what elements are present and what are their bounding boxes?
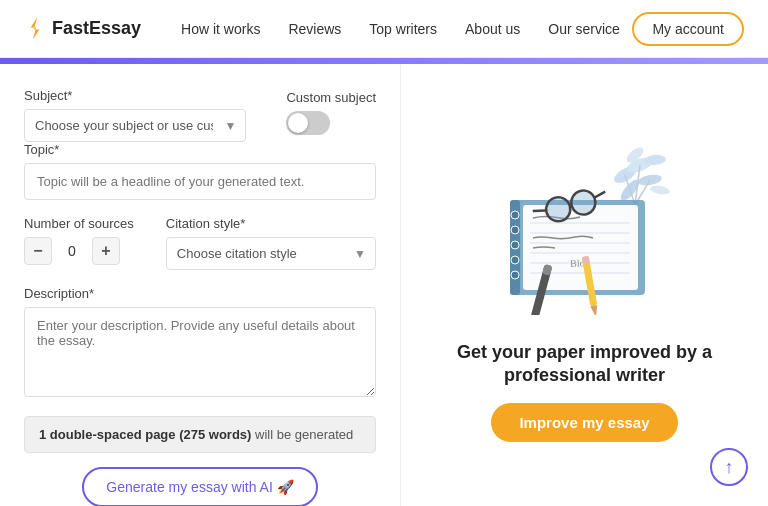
sources-value: 0 (62, 243, 82, 259)
citation-group: Citation style* Choose citation style ▼ (166, 216, 376, 270)
info-bold-text: 1 double-spaced page (275 words) (39, 427, 251, 442)
counter-row: − 0 + (24, 237, 134, 265)
promo-panel: Blog (400, 64, 768, 506)
sources-label: Number of sources (24, 216, 134, 231)
subject-label: Subject* (24, 88, 246, 103)
svg-point-13 (511, 226, 519, 234)
subject-select[interactable]: Choose your subject or use custom subjec… (24, 109, 246, 142)
my-account-button[interactable]: My account (632, 12, 744, 46)
sources-increment-button[interactable]: + (92, 237, 120, 265)
svg-point-15 (511, 256, 519, 264)
citation-select-wrapper: Choose citation style ▼ (166, 237, 376, 270)
info-suffix: will be generated (255, 427, 353, 442)
svg-line-27 (569, 205, 571, 206)
logo-bolt-icon (24, 18, 46, 40)
description-textarea[interactable] (24, 307, 376, 397)
notebook-svg: Blog (485, 145, 685, 315)
nav-how-it-works[interactable]: How it works (181, 21, 260, 37)
main-layout: Subject* Choose your subject or use cust… (0, 64, 768, 506)
subject-group: Subject* Choose your subject or use cust… (24, 88, 246, 142)
svg-point-12 (511, 211, 519, 219)
sources-decrement-button[interactable]: − (24, 237, 52, 265)
site-header: FastEssay How it works Reviews Top write… (0, 0, 768, 58)
subject-row: Subject* Choose your subject or use cust… (24, 88, 376, 142)
description-group: Description* (24, 286, 376, 400)
svg-point-14 (511, 241, 519, 249)
topic-input[interactable] (24, 163, 376, 200)
toggle-knob (288, 113, 308, 133)
nav-reviews[interactable]: Reviews (288, 21, 341, 37)
improve-button[interactable]: Improve my essay (491, 403, 677, 442)
nav-our-service[interactable]: Our service (548, 21, 620, 37)
info-bar: 1 double-spaced page (275 words) will be… (24, 416, 376, 453)
nav-top-writers[interactable]: Top writers (369, 21, 437, 37)
citation-select[interactable]: Choose citation style (166, 237, 376, 270)
sources-citation-row: Number of sources − 0 + Citation style* … (24, 216, 376, 270)
citation-label: Citation style* (166, 216, 376, 231)
promo-card: Blog (435, 145, 735, 443)
logo-link[interactable]: FastEssay (24, 18, 141, 40)
topic-group: Topic* (24, 142, 376, 200)
generate-button[interactable]: Generate my essay with AI 🚀 (82, 467, 317, 506)
custom-subject-label: Custom subject (286, 90, 376, 105)
main-nav: How it works Reviews Top writers About u… (181, 21, 632, 37)
description-label: Description* (24, 286, 376, 301)
logo-text: FastEssay (52, 18, 141, 39)
custom-subject-group: Custom subject (286, 88, 376, 135)
form-panel: Subject* Choose your subject or use cust… (0, 64, 400, 506)
svg-point-6 (649, 184, 670, 195)
svg-line-29 (593, 191, 605, 197)
topic-label: Topic* (24, 142, 376, 157)
promo-title: Get your paper improved by a professiona… (435, 341, 735, 388)
svg-marker-37 (590, 305, 599, 315)
sources-group: Number of sources − 0 + (24, 216, 134, 265)
scroll-to-top-button[interactable]: ↑ (710, 448, 748, 486)
svg-point-16 (511, 271, 519, 279)
nav-about-us[interactable]: About us (465, 21, 520, 37)
custom-subject-toggle[interactable] (286, 111, 330, 135)
promo-illustration: Blog (475, 145, 695, 325)
subject-select-wrapper: Choose your subject or use custom subjec… (24, 109, 246, 142)
